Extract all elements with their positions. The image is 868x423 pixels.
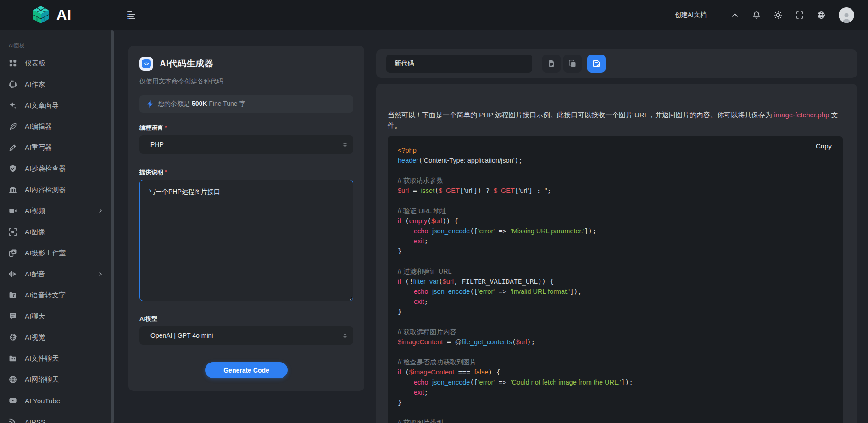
copy-icon: [568, 60, 577, 68]
camera-viewfinder-icon: [9, 228, 17, 236]
globe-icon: [9, 375, 17, 384]
new-document-button[interactable]: [542, 55, 561, 73]
sidebar-item-9[interactable]: AI摄影工作室: [0, 242, 111, 264]
bank-icon: [9, 186, 17, 194]
sidebar-item-label: AI视频: [25, 207, 45, 215]
workspace-output: 当然可以！下面是一个简单的 PHP 远程图片接口示例。此接口可以接收一个图片 U…: [376, 84, 857, 423]
duplicate-document-button[interactable]: [563, 55, 582, 73]
code-line: [398, 196, 833, 206]
code-line: // 检查是否成功获取到图片: [398, 357, 833, 367]
avatar[interactable]: [839, 7, 854, 23]
chip-icon: [9, 80, 17, 88]
code-line: }: [398, 246, 833, 256]
sidebar-item-5[interactable]: AI抄袭检查器: [0, 158, 111, 179]
logo-cube-icon: [31, 5, 50, 25]
sidebar-item-11[interactable]: AI语音转文字: [0, 285, 111, 306]
sidebar-item-label: AI内容检测器: [25, 186, 66, 194]
code-line: // 获取远程图片内容: [398, 327, 833, 337]
sidebar-item-16[interactable]: AI YouTube: [0, 390, 111, 411]
code-line: }: [398, 397, 833, 407]
sidebar-item-12[interactable]: AI聊天: [0, 306, 111, 327]
code-line: }: [398, 307, 833, 317]
sidebar-item-14[interactable]: AI文件聊天: [0, 348, 111, 369]
save-document-button[interactable]: [587, 55, 606, 73]
sidebar-item-label: 仪表板: [25, 59, 45, 68]
person-icon: [840, 11, 852, 23]
sidebar-item-15[interactable]: AI网络聊天: [0, 369, 111, 390]
globe-icon[interactable]: [817, 11, 825, 19]
sidebar-item-label: AI网络聊天: [25, 375, 59, 384]
generator-title: AI代码生成器: [160, 58, 213, 70]
sidebar-section-label: AI面板: [9, 42, 111, 49]
code-line: exit;: [398, 236, 833, 246]
code-line: [398, 317, 833, 327]
sidebar-item-0[interactable]: 仪表板: [0, 53, 111, 74]
brightness-icon[interactable]: [774, 11, 782, 19]
language-select[interactable]: PHP: [139, 135, 353, 154]
document-title-input[interactable]: [386, 55, 532, 73]
code-line: exit;: [398, 297, 833, 307]
sidebar-item-3[interactable]: AI编辑器: [0, 116, 111, 137]
sidebar-item-13[interactable]: AI视觉: [0, 327, 111, 348]
required-marker: *: [165, 169, 167, 176]
chevron-right-icon: [98, 208, 103, 214]
copy-code-button[interactable]: Copy: [816, 142, 832, 150]
generator-header: <> AI代码生成器: [139, 46, 353, 71]
sidebar-item-1[interactable]: AI作家: [0, 74, 111, 95]
sidebar-item-label: AI YouTube: [25, 397, 60, 405]
workspace-toolbar: [376, 49, 857, 78]
sidebar-item-17[interactable]: AIRSS: [0, 411, 111, 423]
code-lines: <?phpheader('Content-Type: application/j…: [398, 145, 833, 423]
menu-fold-icon[interactable]: [127, 10, 136, 20]
description-textarea[interactable]: 写一个PHP远程图片接口: [139, 180, 353, 301]
sidebar-item-8[interactable]: AI图像: [0, 221, 111, 242]
code-line: $url = isset($_GET['url']) ? $_GET['url'…: [398, 186, 833, 196]
sidebar-scrollbar[interactable]: [111, 30, 114, 423]
intro-text: 当然可以！下面是一个简单的 PHP 远程图片接口示例。此接口可以接收一个图片 U…: [388, 111, 774, 119]
bell-icon[interactable]: [752, 11, 761, 19]
youtube-icon: [9, 396, 17, 405]
fullscreen-icon[interactable]: [796, 11, 804, 19]
folder-music-icon: [9, 291, 17, 299]
generator-subtitle: 仅使用文本命令创建各种代码: [139, 77, 353, 86]
code-line: // 过滤和验证 URL: [398, 266, 833, 276]
code-line: // 获取图片类型: [398, 418, 833, 423]
code-block[interactable]: Copy <?phpheader('Content-Type: applicat…: [388, 136, 843, 423]
sidebar-item-4[interactable]: AI重写器: [0, 137, 111, 158]
shield-check-icon: [9, 165, 17, 173]
chevron-up-icon[interactable]: [731, 11, 739, 19]
sidebar-item-label: AI语音转文字: [25, 291, 66, 300]
save-edit-icon: [592, 60, 601, 68]
main-area: <> AI代码生成器 仅使用文本命令创建各种代码 您的余额是 500K Fine…: [114, 30, 868, 423]
sidebar-item-label: AI文章向导: [25, 101, 59, 110]
select-arrows-icon: [343, 333, 347, 338]
code-line: echo json_encode(['error' => 'Missing UR…: [398, 226, 833, 236]
create-doc-button[interactable]: 创建AI文档: [675, 11, 707, 19]
code-line: // 获取请求参数: [398, 176, 833, 186]
chevron-right-icon: [98, 271, 103, 277]
model-select-value: OpenAI | GPT 4o mini: [150, 332, 213, 339]
code-line: $imageContent = @file_get_contents($url)…: [398, 337, 833, 347]
sidebar-item-6[interactable]: AI内容检测器: [0, 179, 111, 200]
sidebar-item-label: AI编辑器: [25, 122, 52, 131]
app-logo[interactable]: AI: [31, 5, 72, 25]
sidebar-item-2[interactable]: AI文章向导: [0, 95, 111, 116]
video-camera-icon: [9, 207, 17, 215]
language-label: 编程语言*: [139, 124, 353, 132]
header: AI 创建AI文档: [0, 0, 868, 30]
sidebar: AI面板 仪表板AI作家AI文章向导AI编辑器AI重写器AI抄袭检查器AI内容检…: [0, 30, 111, 423]
logo-text: AI: [56, 5, 72, 25]
rss-icon: [9, 418, 17, 423]
folder-dots-icon: [9, 354, 17, 363]
language-select-value: PHP: [150, 141, 164, 148]
model-select[interactable]: OpenAI | GPT 4o mini: [139, 326, 353, 345]
sidebar-item-label: AI图像: [25, 228, 45, 236]
brain-icon: [9, 333, 17, 341]
sidebar-item-7[interactable]: AI视频: [0, 200, 111, 221]
waveform-icon: [9, 270, 17, 278]
code-line: echo json_encode(['error' => 'Invalid UR…: [398, 286, 833, 297]
balance-banner: 您的余额是 500K Fine Tune 字: [139, 95, 353, 113]
generate-code-button[interactable]: Generate Code: [205, 362, 288, 378]
model-label: AI模型: [139, 315, 353, 323]
sidebar-item-10[interactable]: AI配音: [0, 264, 111, 285]
